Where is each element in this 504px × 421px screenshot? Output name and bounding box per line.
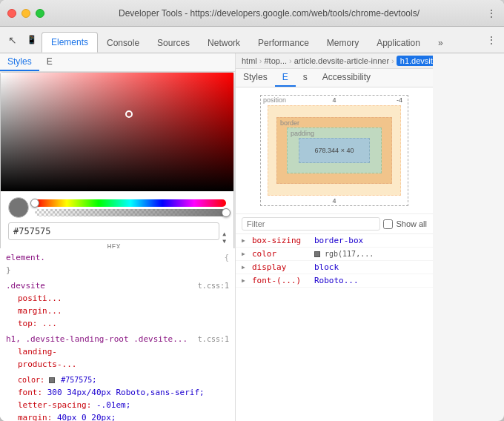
picker-controls: #757575 HEX ▲ ▼	[1, 191, 233, 248]
tab-console[interactable]: Console	[98, 33, 148, 53]
css-prop-font: font:	[18, 388, 47, 397]
tab-more[interactable]: »	[429, 33, 452, 53]
triangle-icon-4[interactable]: ▶	[242, 277, 249, 284]
breadcrumb-sep3: ›	[391, 56, 394, 65]
val-boxsizing: border-box	[314, 236, 427, 245]
show-all-container: Show all	[383, 219, 427, 229]
tab-network[interactable]: Network	[199, 33, 249, 53]
css-filter-input[interactable]	[242, 217, 380, 231]
css-selector-h1: h1, .devsite-landing-root .devsite...	[6, 334, 188, 344]
css-prop-landing: landing-	[18, 347, 57, 357]
sub-tab-styles[interactable]: Styles	[0, 53, 39, 71]
main-content: Styles E	[0, 53, 504, 421]
sub-tab-computed[interactable]: E	[39, 53, 60, 71]
right-sub-tab-eventlisteners[interactable]: s	[296, 69, 315, 87]
breadcrumb-sep1: ›	[259, 56, 262, 65]
css-source-1: t.css:1	[198, 279, 229, 292]
right-panel: html › #top... › article.devsite-article…	[236, 53, 433, 421]
border-label: border	[280, 119, 299, 127]
hex-input[interactable]: #757575	[13, 226, 214, 236]
css-prop-top: top: ...	[18, 319, 57, 328]
css-prop-products: products-...	[18, 359, 76, 369]
right-sub-tab-styles[interactable]: Styles	[236, 69, 275, 87]
tab-memory[interactable]: Memory	[318, 33, 368, 53]
computed-row-display: ▶ display block	[236, 261, 433, 274]
hex-up-arrow[interactable]: ▲	[222, 231, 226, 238]
close-button[interactable]	[7, 9, 16, 18]
css-rule-brace: {	[224, 251, 229, 264]
computed-row-font: ▶ font-(...) Roboto...	[236, 274, 433, 288]
css-rule-close: }	[6, 265, 11, 275]
tab-elements[interactable]: Elements	[42, 32, 98, 53]
hex-arrows: ▲ ▼	[222, 231, 226, 245]
css-prop-margin2: margin:	[18, 413, 57, 422]
color-gradient-bg	[1, 73, 233, 191]
color-gradient-area[interactable]	[1, 73, 233, 191]
padding-label: padding	[291, 130, 314, 137]
css-prop-letterspacing: letter-spacing:	[18, 400, 96, 410]
hue-slider[interactable]	[35, 199, 226, 207]
breadcrumb-h1-selected[interactable]: h1.devsite-page-title	[397, 56, 433, 66]
triangle-icon-3[interactable]: ▶	[242, 264, 249, 271]
css-val-color: #757575;	[61, 376, 96, 384]
tab-application[interactable]: Application	[368, 33, 429, 53]
css-prop-positi: positi...	[18, 294, 62, 303]
cursor-icon[interactable]: ↖	[4, 31, 21, 49]
breadcrumb-article[interactable]: article.devsite-article-inner	[294, 56, 389, 65]
tab-sources[interactable]: Sources	[148, 33, 199, 53]
breadcrumb-html[interactable]: html	[242, 56, 257, 65]
color-rule-block: color: #757575; font: 300 34px/40px Robo…	[6, 374, 229, 422]
computed-styles-list: ▶ box-sizing border-box ▶ color rgb(117,…	[236, 234, 433, 421]
triangle-icon-2[interactable]: ▶	[242, 251, 249, 257]
breadcrumb-body[interactable]: #top...	[264, 56, 287, 65]
css-prop-color: color:	[18, 376, 49, 384]
window-title: Developer Tools - https://developers.goo…	[52, 8, 486, 19]
computed-row-boxsizing: ▶ box-sizing border-box	[236, 234, 433, 248]
right-sub-tabs: Styles E s Accessibility	[236, 69, 433, 87]
element-rule: element. { }	[6, 251, 229, 276]
show-all-checkbox[interactable]	[383, 219, 393, 229]
triangle-icon-1[interactable]: ▶	[242, 237, 249, 244]
content-size-label: 678.344 × 40	[315, 147, 354, 154]
css-selector-devsite: .devsite	[6, 281, 45, 291]
hex-label: HEX	[8, 242, 219, 248]
h1-rule-block: h1, .devsite-landing-root .devsite... t.…	[6, 333, 229, 371]
opacity-slider[interactable]	[35, 209, 226, 216]
css-filter-row: Show all	[236, 214, 433, 234]
box-model: position -4 margin - 20 0 0 border paddi…	[260, 95, 408, 206]
hex-down-arrow[interactable]: ▼	[222, 238, 226, 245]
val-display: block	[314, 262, 427, 272]
hue-row	[8, 197, 226, 218]
css-color-line: color: #757575;	[6, 376, 96, 384]
prop-color: color	[252, 249, 311, 259]
breadcrumb-sep2: ›	[289, 56, 292, 65]
top-4: 4	[332, 96, 336, 104]
color-dot-computed	[314, 251, 320, 257]
devtools-toolbar: ↖ 📱 Elements Console Sources Network Per…	[0, 27, 504, 53]
menu-icon: ⋮	[486, 7, 497, 19]
show-all-label: Show all	[396, 219, 427, 228]
maximize-button[interactable]	[36, 9, 44, 18]
color-dot-757575[interactable]	[49, 377, 55, 383]
opacity-slider-bg	[35, 209, 226, 216]
mobile-icon[interactable]: 📱	[23, 31, 41, 49]
box-model-section: position -4 margin - 20 0 0 border paddi…	[236, 87, 433, 214]
devsite-rule: .devsite t.css:1 positi... margin... top…	[6, 279, 229, 330]
hex-input-container[interactable]: #757575	[8, 222, 219, 240]
right-sub-tab-computed[interactable]: E	[275, 69, 296, 87]
html-tree-area: #757575 HEX ▲ ▼	[0, 72, 235, 248]
css-rules-content: element. { } .devsite t.css:1 positi... …	[0, 248, 235, 422]
val-font: Roboto...	[314, 276, 427, 285]
traffic-lights	[7, 9, 44, 18]
right-sub-tab-accessibility[interactable]: Accessibility	[315, 69, 378, 87]
settings-icon[interactable]: ⋮	[483, 31, 500, 49]
prop-display: display	[252, 262, 311, 272]
sliders	[35, 199, 226, 216]
css-source-2: t.css:1	[198, 333, 229, 345]
minimize-button[interactable]	[21, 9, 30, 18]
color-preview-swatch	[8, 197, 29, 218]
tab-performance[interactable]: Performance	[249, 33, 318, 53]
color-picker: #757575 HEX ▲ ▼	[0, 72, 234, 248]
css-val-font: 300 34px/40px Roboto,sans-serif;	[47, 388, 205, 397]
css-prop-margin: margin...	[18, 306, 62, 316]
